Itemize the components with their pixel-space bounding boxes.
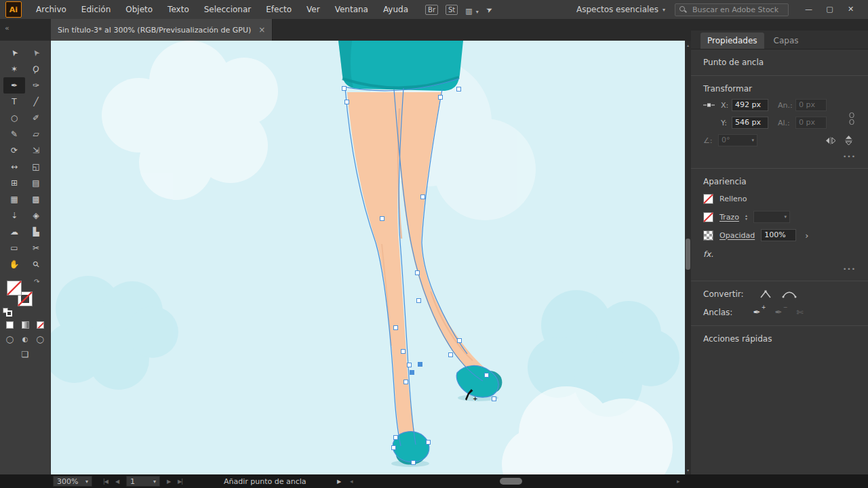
anchor-point[interactable] [411, 460, 416, 465]
y-field[interactable]: 546 px [732, 117, 768, 129]
hscroll-left-icon[interactable]: ◂ [350, 474, 353, 488]
appearance-more-options[interactable]: ••• [703, 266, 856, 272]
tool-pen-tool[interactable]: ✒ [3, 77, 25, 94]
tool-eraser-tool[interactable]: ▱ [25, 126, 47, 142]
add-anchor-icon[interactable]: ✒ + [753, 307, 765, 317]
tool-gradient-tool[interactable]: ▩ [25, 191, 47, 207]
tool-magic-wand-tool[interactable]: ✶ [3, 61, 25, 77]
tool-curvature-tool[interactable]: ✑ [25, 77, 47, 94]
scroll-up-icon[interactable]: ▴ [685, 43, 691, 47]
height-field[interactable]: 0 px [795, 117, 827, 129]
last-artboard-button[interactable]: ▶| [178, 474, 182, 488]
tool-paintbrush-tool[interactable]: ✐ [25, 110, 47, 126]
artboard-canvas[interactable]: + [51, 41, 685, 474]
collapse-toolbar-icon[interactable]: « [5, 24, 9, 33]
anchor-point[interactable] [448, 352, 453, 357]
menu-archivo[interactable]: Archivo [28, 0, 74, 19]
menu-texto[interactable]: Texto [160, 0, 197, 19]
tool-ellipse-tool[interactable]: ○ [3, 110, 25, 126]
anchor-point[interactable] [415, 270, 420, 275]
flip-horizontal-icon[interactable] [825, 136, 836, 145]
tool-slice-tool[interactable]: ✂ [25, 240, 47, 256]
draw-behind-icon[interactable]: ◐ [22, 336, 28, 343]
tool-direct-selection-tool[interactable]: ➤ [25, 45, 47, 61]
status-menu-icon[interactable]: ▶ [337, 474, 341, 488]
anchor-point[interactable] [426, 440, 431, 445]
tool-rotate-tool[interactable]: ⟳ [3, 142, 25, 159]
tool-hand-tool[interactable]: ✋ [3, 256, 25, 272]
app-logo[interactable]: Ai [5, 1, 22, 18]
stock-icon[interactable]: St [446, 5, 458, 15]
search-input[interactable] [691, 5, 783, 15]
anchor-point[interactable] [420, 195, 425, 199]
tool-artboard-tool[interactable]: ▭ [3, 240, 25, 256]
close-button[interactable]: ✕ [840, 0, 861, 19]
color-mode-icon[interactable] [6, 321, 14, 329]
draw-normal-icon[interactable]: ◯ [6, 336, 14, 343]
minimize-button[interactable]: — [798, 0, 819, 19]
tool-eyedropper-tool[interactable]: ⇣ [3, 207, 25, 224]
rotation-field[interactable]: 0° ▾ [718, 134, 757, 146]
tool-symbol-sprayer-tool[interactable]: ☁ [3, 224, 25, 240]
tool-shape-builder-tool[interactable]: ⊞ [3, 175, 25, 191]
stroke-label[interactable]: Trazo [719, 213, 739, 222]
menu-ventana[interactable]: Ventana [328, 0, 376, 19]
first-artboard-button[interactable]: |◀ [103, 474, 108, 488]
tool-column-graph-tool[interactable]: ▙ [25, 224, 47, 240]
swap-fill-stroke-icon[interactable]: ↷ [34, 278, 39, 285]
menu-seleccionar[interactable]: Seleccionar [197, 0, 258, 19]
anchor-point[interactable] [492, 396, 496, 401]
share-icon[interactable]: ➤ [484, 4, 494, 15]
constrain-proportions-icon[interactable] [848, 113, 856, 125]
tool-blend-tool[interactable]: ◈ [25, 207, 47, 224]
next-artboard-button[interactable]: ▶ [167, 474, 170, 488]
anchor-point[interactable] [342, 86, 347, 91]
workspace-switcher[interactable]: Aspectos esenciales ▾ [576, 5, 665, 14]
tool-mesh-tool[interactable]: ▦ [3, 191, 25, 207]
opacity-field[interactable]: 100% [761, 229, 796, 241]
gradient-mode-icon[interactable] [22, 321, 29, 329]
tool-perspective-grid-tool[interactable]: ▤ [25, 175, 47, 191]
tab-close-icon[interactable]: × [258, 25, 265, 35]
draw-inside-icon[interactable]: ◯ [37, 336, 44, 343]
document-tab[interactable]: Sin título-3* al 300% (RGB/Previsualizac… [51, 19, 273, 41]
reference-point-icon[interactable] [703, 102, 715, 108]
artboard-navigation-dropdown[interactable]: 1 ▾ [126, 476, 160, 487]
previous-artboard-button[interactable]: ◀ [115, 474, 119, 488]
tool-pencil-tool[interactable]: ✎ [3, 126, 25, 142]
anchor-point-selected[interactable] [410, 370, 414, 375]
hscroll-right-icon[interactable]: ▸ [677, 474, 680, 488]
fill-swatch[interactable] [7, 281, 22, 296]
transform-more-options[interactable]: ••• [703, 153, 856, 160]
anchor-point[interactable] [438, 95, 443, 100]
tool-width-tool[interactable]: ↔ [3, 159, 25, 175]
anchor-point[interactable] [380, 216, 384, 221]
opacity-options-icon[interactable]: › [805, 230, 808, 241]
fx-button[interactable]: fx. [703, 249, 856, 259]
stroke-weight-dropdown[interactable]: ▾ [753, 211, 790, 223]
tab-capas[interactable]: Capas [767, 33, 806, 49]
convert-to-smooth-icon[interactable] [782, 289, 797, 299]
bridge-icon[interactable]: Br [425, 5, 438, 15]
none-mode-icon[interactable] [37, 321, 44, 329]
menu-efecto[interactable]: Efecto [258, 0, 299, 19]
tool-scale-tool[interactable]: ⇲ [25, 142, 47, 159]
opacity-label[interactable]: Opacidad [719, 231, 755, 240]
zoom-level-dropdown[interactable]: 300% ▾ [53, 476, 92, 487]
anchor-point[interactable] [393, 325, 398, 330]
anchor-point[interactable] [391, 445, 396, 450]
anchor-point[interactable] [456, 87, 461, 92]
tool-zoom-tool[interactable]: ⚲ [25, 256, 47, 272]
scroll-down-icon[interactable]: ▾ [685, 468, 691, 472]
anchor-point[interactable] [401, 349, 406, 354]
menu-objeto[interactable]: Objeto [118, 0, 160, 19]
anchor-point[interactable] [407, 363, 412, 367]
tool-line-tool[interactable]: ╱ [25, 94, 47, 110]
tool-selection-tool[interactable]: ➤ [3, 45, 25, 61]
horizontal-scroll-thumb[interactable] [500, 478, 522, 485]
anchor-point[interactable] [393, 435, 398, 440]
maximize-button[interactable]: ▢ [819, 0, 840, 19]
anchor-point[interactable] [457, 338, 462, 343]
anchor-point-selected[interactable] [418, 362, 422, 367]
tool-type-tool[interactable]: T [3, 94, 25, 110]
